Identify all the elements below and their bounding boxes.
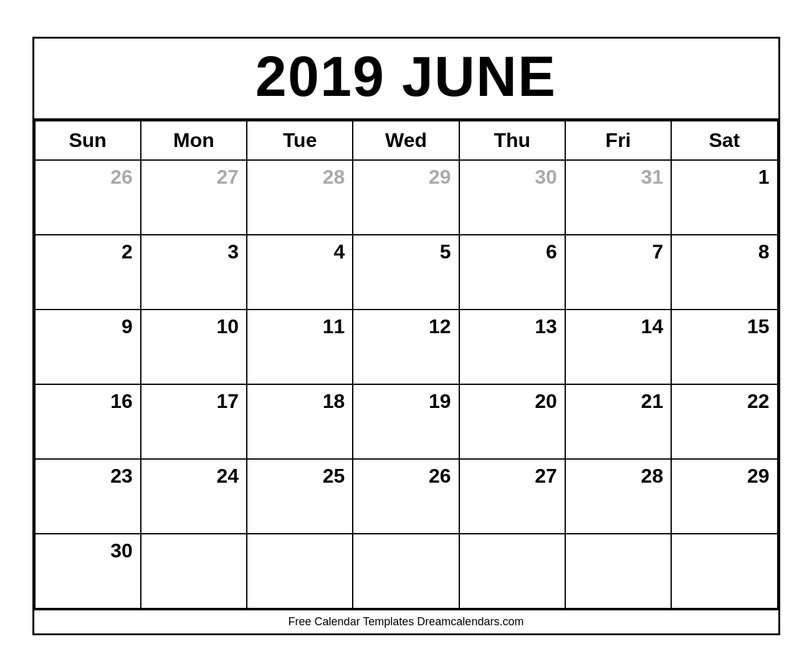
calendar-day	[671, 534, 777, 608]
calendar-day	[141, 534, 247, 608]
calendar-day: 2	[35, 235, 141, 310]
footer-text: Free Calendar Templates Dreamcalendars.c…	[34, 609, 778, 633]
calendar-day: 28	[247, 160, 353, 235]
calendar-day: 6	[459, 235, 565, 310]
calendar-day: 31	[565, 160, 671, 235]
calendar-week-3: 16171819202122	[35, 384, 778, 459]
calendar-week-1: 2345678	[35, 235, 778, 310]
calendar-title: 2019 JUNE	[34, 39, 778, 120]
calendar-day: 16	[35, 384, 141, 459]
calendar-day: 9	[35, 310, 141, 384]
calendar-week-5: 30	[35, 534, 778, 608]
calendar-day: 19	[353, 384, 459, 459]
weekday-header-sun: Sun	[35, 121, 141, 160]
calendar-day: 7	[565, 235, 671, 310]
calendar-day: 30	[459, 160, 565, 235]
calendar-day: 1	[671, 160, 777, 235]
calendar-day: 13	[459, 310, 565, 384]
calendar-day: 22	[671, 384, 777, 459]
calendar-day: 20	[459, 384, 565, 459]
weekday-header-mon: Mon	[141, 121, 247, 160]
calendar-day: 17	[141, 384, 247, 459]
calendar-day	[353, 534, 459, 608]
calendar-week-0: 2627282930311	[35, 160, 778, 235]
weekday-header-fri: Fri	[565, 121, 671, 160]
calendar-day	[459, 534, 565, 608]
calendar-day: 18	[247, 384, 353, 459]
calendar-day: 12	[353, 310, 459, 384]
calendar-day: 26	[35, 160, 141, 235]
calendar-day: 14	[565, 310, 671, 384]
calendar-body: 2627282930311234567891011121314151617181…	[35, 160, 778, 608]
calendar-day: 25	[247, 459, 353, 534]
calendar-day: 10	[141, 310, 247, 384]
calendar-week-2: 9101112131415	[35, 310, 778, 384]
calendar-day: 26	[353, 459, 459, 534]
calendar-day: 29	[671, 459, 777, 534]
calendar-day: 27	[141, 160, 247, 235]
calendar-day: 30	[35, 534, 141, 608]
calendar-day: 5	[353, 235, 459, 310]
weekday-header-thu: Thu	[459, 121, 565, 160]
calendar-grid: SunMonTueWedThuFriSat 262728293031123456…	[34, 120, 778, 609]
calendar-day: 24	[141, 459, 247, 534]
calendar-day	[247, 534, 353, 608]
weekday-header-tue: Tue	[247, 121, 353, 160]
calendar-week-4: 23242526272829	[35, 459, 778, 534]
calendar-day	[565, 534, 671, 608]
calendar-day: 3	[141, 235, 247, 310]
calendar-day: 11	[247, 310, 353, 384]
weekday-header-wed: Wed	[353, 121, 459, 160]
calendar-container: 2019 JUNE SunMonTueWedThuFriSat 26272829…	[32, 37, 780, 635]
calendar-day: 23	[35, 459, 141, 534]
calendar-day: 29	[353, 160, 459, 235]
weekday-header-row: SunMonTueWedThuFriSat	[35, 121, 778, 160]
calendar-day: 27	[459, 459, 565, 534]
calendar-day: 8	[671, 235, 777, 310]
calendar-day: 28	[565, 459, 671, 534]
weekday-header-sat: Sat	[671, 121, 777, 160]
calendar-day: 4	[247, 235, 353, 310]
calendar-day: 15	[671, 310, 777, 384]
calendar-day: 21	[565, 384, 671, 459]
